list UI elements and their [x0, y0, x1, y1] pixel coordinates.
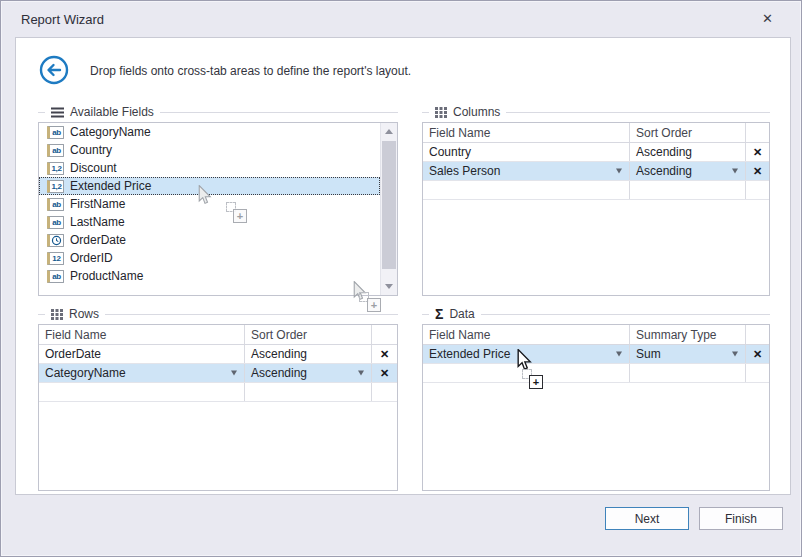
groupbox-line [422, 314, 429, 315]
remove-row-icon[interactable]: ✕ [380, 348, 389, 361]
groupbox-line [506, 112, 770, 113]
list-item-selected[interactable]: 1,2 Extended Price [39, 177, 380, 195]
number-field-icon: 1,2 [47, 180, 64, 193]
remove-row-icon[interactable]: ✕ [380, 367, 389, 380]
clock-icon [47, 234, 64, 247]
chevron-down-icon[interactable] [358, 371, 364, 376]
column-header [746, 123, 769, 142]
vertical-scrollbar[interactable] [380, 123, 397, 295]
list-item[interactable]: ab Country [39, 141, 380, 159]
rows-group: Rows Field Name Sort Order OrderDate Asc… [38, 304, 398, 491]
chevron-down-icon[interactable] [732, 352, 738, 357]
grid-icon [51, 309, 63, 320]
table-row-selected[interactable]: Sales Person Ascending ✕ [423, 162, 769, 181]
list-item[interactable]: 12 OrderID [39, 249, 380, 267]
sort-order-cell[interactable]: Ascending [630, 162, 746, 180]
column-header: Field Name [423, 123, 630, 142]
summary-type-cell[interactable]: Sum [630, 345, 746, 363]
scroll-up-icon[interactable] [381, 123, 397, 140]
available-fields-listbox[interactable]: ab CategoryName ab Country 1,2 Discount … [38, 122, 398, 296]
column-header [746, 325, 769, 344]
chevron-down-icon[interactable] [231, 371, 237, 376]
text-field-icon: ab [47, 144, 64, 157]
text-field-icon: ab [47, 198, 64, 211]
groupbox-line [160, 112, 398, 113]
text-field-icon: ab [47, 216, 64, 229]
scrollbar-thumb[interactable] [382, 141, 396, 269]
back-button[interactable] [38, 54, 70, 86]
field-name-cell[interactable]: Sales Person [423, 162, 630, 180]
list-item[interactable]: 1,2 Discount [39, 159, 380, 177]
table-row[interactable]: Country Ascending ✕ [423, 143, 769, 162]
table-row-empty[interactable] [39, 383, 397, 402]
column-header: Sort Order [245, 325, 372, 344]
list-item[interactable]: ab ProductName [39, 267, 380, 285]
window-title: Report Wizard [21, 12, 104, 27]
table-header-row: Field Name Summary Type [423, 325, 769, 345]
available-fields-group: Available Fields ab CategoryName ab Coun… [38, 102, 398, 296]
sort-order-cell[interactable]: Ascending [630, 143, 746, 161]
integer-field-icon: 12 [47, 252, 64, 265]
table-row-empty[interactable] [423, 181, 769, 200]
columns-group: Columns Field Name Sort Order Country As… [422, 102, 770, 296]
back-arrow-icon [38, 54, 70, 86]
field-name-cell[interactable]: Country [423, 143, 630, 161]
group-title: Rows [69, 307, 99, 321]
table-header-row: Field Name Sort Order [39, 325, 397, 345]
list-item[interactable]: ab LastName [39, 213, 380, 231]
rows-header: Rows [38, 304, 398, 324]
group-title: Columns [453, 105, 500, 119]
next-button[interactable]: Next [605, 507, 689, 530]
data-table: Field Name Summary Type Extended Price S… [422, 324, 770, 491]
columns-table: Field Name Sort Order Country Ascending … [422, 122, 770, 296]
groupbox-line [422, 112, 429, 113]
column-header: Summary Type [630, 325, 746, 344]
chevron-down-icon[interactable] [616, 169, 622, 174]
finish-button[interactable]: Finish [699, 507, 783, 530]
groupbox-line [105, 314, 398, 315]
field-name-cell[interactable]: CategoryName [39, 364, 245, 382]
instruction-text: Drop fields onto cross-tab areas to defi… [90, 64, 411, 78]
report-wizard-dialog: Report Wizard ✕ Drop fields onto cross-t… [0, 0, 802, 557]
column-header: Field Name [423, 325, 630, 344]
grid-icon [435, 107, 447, 118]
table-header-row: Field Name Sort Order [423, 123, 769, 143]
table-row[interactable]: OrderDate Ascending ✕ [39, 345, 397, 364]
sort-order-cell[interactable]: Ascending [245, 364, 372, 382]
text-field-icon: ab [47, 126, 64, 139]
rows-table: Field Name Sort Order OrderDate Ascendin… [38, 324, 398, 491]
remove-row-icon[interactable]: ✕ [753, 348, 762, 361]
field-name-cell[interactable]: Extended Price [423, 345, 630, 363]
list-item[interactable]: OrderDate [39, 231, 380, 249]
chevron-down-icon[interactable] [616, 352, 622, 357]
table-row-empty[interactable] [423, 364, 769, 383]
table-row-selected[interactable]: CategoryName Ascending ✕ [39, 364, 397, 383]
close-icon[interactable]: ✕ [762, 11, 773, 26]
sigma-icon: Σ [435, 308, 443, 320]
data-group: Σ Data Field Name Summary Type Extended … [422, 304, 770, 491]
available-fields-header: Available Fields [38, 102, 398, 122]
list-item[interactable]: ab FirstName [39, 195, 380, 213]
groupbox-line [38, 314, 45, 315]
group-title: Available Fields [70, 105, 154, 119]
column-header [372, 325, 397, 344]
field-name-cell[interactable]: OrderDate [39, 345, 245, 363]
wizard-content-panel: Drop fields onto cross-tab areas to defi… [15, 37, 791, 495]
number-field-icon: 1,2 [47, 162, 64, 175]
remove-row-icon[interactable]: ✕ [753, 165, 762, 178]
column-header: Sort Order [630, 123, 746, 142]
chevron-down-icon[interactable] [732, 169, 738, 174]
list-item[interactable]: ab CategoryName [39, 123, 380, 141]
scroll-down-icon[interactable] [381, 278, 397, 295]
table-row-selected[interactable]: Extended Price Sum ✕ [423, 345, 769, 364]
sort-order-cell[interactable]: Ascending [245, 345, 372, 363]
columns-header: Columns [422, 102, 770, 122]
column-header: Field Name [39, 325, 245, 344]
groupbox-line [38, 112, 45, 113]
groupbox-line [481, 314, 770, 315]
remove-row-icon[interactable]: ✕ [753, 146, 762, 159]
group-title: Data [449, 307, 474, 321]
data-header: Σ Data [422, 304, 770, 324]
title-bar[interactable]: Report Wizard ✕ [1, 1, 801, 37]
list-icon [51, 107, 64, 118]
